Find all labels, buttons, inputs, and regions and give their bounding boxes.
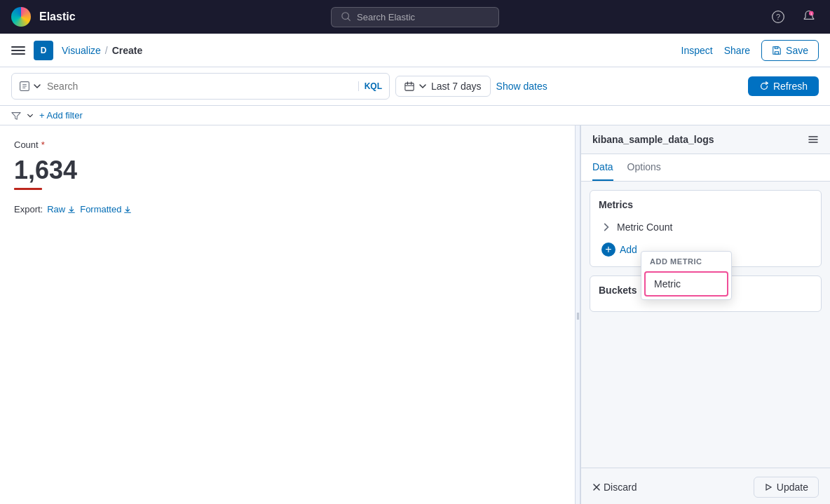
main-content: Count * 1,634 Export: Raw Formatted ‖: [0, 125, 830, 504]
metric-count-item[interactable]: Metric Count: [599, 217, 812, 237]
show-dates-button[interactable]: Show dates: [496, 81, 547, 92]
chevron-right-icon: [601, 222, 611, 232]
add-plus-icon: +: [601, 243, 615, 257]
breadcrumb-current: Create: [112, 45, 143, 56]
search-input-wrap[interactable]: KQL: [11, 73, 390, 100]
save-button[interactable]: Save: [761, 40, 819, 61]
share-button[interactable]: Share: [724, 45, 750, 56]
chevron-down-icon3: [27, 112, 34, 119]
hamburger-button[interactable]: [11, 43, 25, 57]
dropdown-metric-item[interactable]: Metric: [644, 271, 728, 297]
export-row: Export: Raw Formatted: [14, 204, 566, 214]
add-filter-button[interactable]: + Add filter: [39, 110, 83, 121]
add-metric-dropdown: ADD METRIC Metric: [641, 251, 732, 300]
kql-badge[interactable]: KQL: [358, 81, 382, 91]
datasource-name: kibana_sample_data_logs: [592, 134, 714, 145]
visualization-panel: Count * 1,634 Export: Raw Formatted ‖: [0, 125, 581, 504]
top-navigation: Elastic Search Elastic ? 1: [0, 0, 830, 34]
discard-button[interactable]: Discard: [592, 482, 637, 493]
download-icon: [67, 205, 76, 214]
index-pattern-icon[interactable]: [19, 81, 30, 92]
play-icon: [764, 483, 773, 491]
svg-rect-10: [775, 46, 777, 48]
svg-rect-7: [11, 50, 25, 51]
refresh-button[interactable]: Refresh: [748, 76, 819, 96]
panel-tabs: Data Options: [581, 154, 830, 182]
elastic-logo: [11, 7, 31, 27]
global-search[interactable]: Search Elastic: [331, 7, 499, 27]
metric-asterisk: *: [41, 139, 45, 150]
nav-icons: ? 1: [768, 7, 819, 27]
metric-label: Count *: [14, 139, 566, 150]
panel-resize-handle[interactable]: ‖: [575, 125, 580, 504]
search-placeholder: Search Elastic: [357, 12, 415, 22]
download-icon2: [123, 205, 132, 214]
bottom-actions: Discard Update: [581, 468, 830, 504]
dropdown-header: ADD METRIC: [641, 252, 731, 271]
breadcrumb-separator: /: [105, 45, 108, 56]
export-formatted-link[interactable]: Formatted: [80, 204, 132, 214]
panel-header: kibana_sample_data_logs: [581, 125, 830, 154]
breadcrumb: Visualize / Create: [62, 45, 142, 56]
search-icon: [341, 12, 351, 22]
filter-icon: [11, 111, 21, 121]
metric-underline: [14, 188, 42, 190]
chevron-down-icon[interactable]: [33, 82, 41, 90]
breadcrumb-parent[interactable]: Visualize: [62, 45, 101, 56]
tab-data[interactable]: Data: [592, 154, 613, 181]
date-range-label: Last 7 days: [431, 81, 482, 92]
add-filter-row: + Add filter: [0, 106, 830, 125]
export-raw-link[interactable]: Raw: [47, 204, 76, 214]
save-icon: [772, 46, 782, 55]
svg-rect-6: [11, 46, 25, 48]
metric-item-label: Metric Count: [617, 222, 672, 233]
tab-options[interactable]: Options: [627, 154, 661, 181]
breadcrumb-bar: D Visualize / Create Inspect Share Save: [0, 34, 830, 67]
svg-rect-12: [405, 83, 414, 91]
svg-rect-8: [11, 53, 25, 55]
metrics-section: Metrics Metric Count + Add ADD METRIC Me…: [590, 190, 822, 267]
add-label: Add: [620, 244, 637, 255]
panel-menu-icon[interactable]: [808, 134, 819, 145]
filter-bar: KQL Last 7 days Show dates Refresh: [0, 67, 830, 106]
update-button[interactable]: Update: [754, 477, 819, 498]
app-title: Elastic: [39, 11, 76, 23]
right-panel: kibana_sample_data_logs Data Options Met…: [581, 125, 830, 504]
user-avatar: D: [34, 41, 53, 60]
refresh-icon: [759, 81, 769, 91]
breadcrumb-actions: Inspect Share Save: [681, 40, 819, 61]
metrics-title: Metrics: [599, 199, 812, 210]
chevron-down-icon2: [419, 82, 427, 90]
svg-text:?: ?: [776, 13, 780, 21]
svg-line-1: [348, 18, 350, 20]
close-icon: [592, 483, 601, 491]
inspect-button[interactable]: Inspect: [681, 45, 713, 56]
date-picker[interactable]: Last 7 days: [395, 76, 491, 97]
svg-text:1: 1: [810, 12, 812, 16]
calendar-icon: [404, 81, 414, 91]
svg-rect-9: [775, 51, 778, 54]
metric-value: 1,634: [14, 156, 566, 185]
search-input[interactable]: [47, 81, 355, 92]
export-label: Export:: [14, 204, 43, 214]
help-icon[interactable]: ?: [768, 7, 788, 27]
notifications-icon[interactable]: 1: [799, 7, 819, 27]
